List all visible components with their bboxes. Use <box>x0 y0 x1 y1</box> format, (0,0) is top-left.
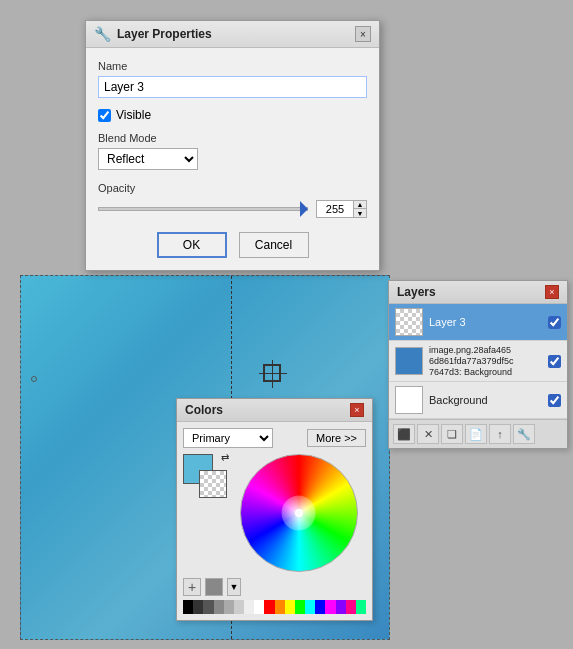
palette-swatch[interactable] <box>254 600 264 614</box>
colors-top-row: Primary Secondary More >> <box>183 428 366 448</box>
colors-close-button[interactable]: × <box>350 403 364 417</box>
opacity-arrows: ▲ ▼ <box>353 201 366 217</box>
palette-swatch[interactable] <box>285 600 295 614</box>
new-layer-button[interactable]: ⬛ <box>393 424 415 444</box>
opacity-slider[interactable] <box>98 201 308 217</box>
opacity-row: ▲ ▼ <box>98 200 367 218</box>
layers-close-button[interactable]: × <box>545 285 559 299</box>
palette-swatch[interactable] <box>244 600 254 614</box>
palette-swatch[interactable] <box>203 600 213 614</box>
opacity-up-arrow[interactable]: ▲ <box>354 201 366 209</box>
layer-visibility-checkbox[interactable] <box>548 355 561 368</box>
history-swatch[interactable] <box>205 578 223 596</box>
dialog-titlebar: 🔧 Layer Properties × <box>86 21 379 48</box>
add-color-button[interactable]: + <box>183 578 201 596</box>
opacity-spinbox[interactable]: ▲ ▼ <box>316 200 367 218</box>
palette-swatch[interactable] <box>193 600 203 614</box>
dialog-close-button[interactable]: × <box>355 26 371 42</box>
delete-layer-button[interactable]: ✕ <box>417 424 439 444</box>
palette-swatch[interactable] <box>275 600 285 614</box>
opacity-track <box>98 207 308 211</box>
layer-thumbnail <box>395 386 423 414</box>
palette-swatch[interactable] <box>224 600 234 614</box>
opacity-value-input[interactable] <box>317 202 353 216</box>
wrench-icon: 🔧 <box>94 26 111 42</box>
opacity-down-arrow[interactable]: ▼ <box>354 209 366 217</box>
color-mode-select[interactable]: Primary Secondary <box>183 428 273 448</box>
layer-name: Background <box>429 394 542 406</box>
palette-swatch[interactable] <box>214 600 224 614</box>
colors-body: Primary Secondary More >> ⇄ + ▼ <box>177 422 372 620</box>
colors-bottom-row: + ▼ <box>183 578 366 596</box>
palette-swatch[interactable] <box>356 600 366 614</box>
color-wheel-container <box>231 454 366 572</box>
layer-to-image-button[interactable]: 📄 <box>465 424 487 444</box>
layer-thumbnail <box>395 308 423 336</box>
background-swatch[interactable] <box>199 470 227 498</box>
layer-properties-dialog: 🔧 Layer Properties × Name Visible Blend … <box>85 20 380 271</box>
crosshair-icon <box>263 364 281 382</box>
fg-bg-swatches: ⇄ <box>183 454 227 498</box>
colors-panel-title: Colors <box>185 403 223 417</box>
layer-name: image.png.28afa4656d861fda77a379df5c7647… <box>429 345 542 377</box>
layer-visibility-checkbox[interactable] <box>548 316 561 329</box>
color-swatches-area: ⇄ <box>183 454 366 572</box>
dialog-title: Layer Properties <box>117 27 212 41</box>
color-palette-row <box>183 600 366 614</box>
palette-swatch[interactable] <box>183 600 193 614</box>
palette-swatch[interactable] <box>295 600 305 614</box>
palette-arrow-button[interactable]: ▼ <box>227 578 241 596</box>
opacity-thumb <box>300 201 308 217</box>
palette-swatch[interactable] <box>336 600 346 614</box>
dialog-body: Name Visible Blend Mode Reflect Normal M… <box>86 48 379 270</box>
more-button[interactable]: More >> <box>307 429 366 447</box>
dialog-buttons: OK Cancel <box>98 232 367 258</box>
visible-row: Visible <box>98 108 367 122</box>
layer-row[interactable]: Layer 3 <box>389 304 567 341</box>
visible-label: Visible <box>116 108 151 122</box>
canvas-dot <box>31 376 37 382</box>
layer-name: Layer 3 <box>429 316 542 328</box>
layers-panel: Layers × Layer 3 image.png.28afa4656d861… <box>388 280 568 449</box>
layer-visibility-checkbox[interactable] <box>548 394 561 407</box>
opacity-label: Opacity <box>98 182 367 194</box>
name-label: Name <box>98 60 367 72</box>
layer-row[interactable]: Background <box>389 382 567 419</box>
palette-swatch[interactable] <box>346 600 356 614</box>
layer-name-input[interactable] <box>98 76 367 98</box>
colors-panel: Colors × Primary Secondary More >> ⇄ + <box>176 398 373 621</box>
layers-panel-title: Layers <box>397 285 436 299</box>
layers-titlebar: Layers × <box>389 281 567 304</box>
palette-swatch[interactable] <box>305 600 315 614</box>
duplicate-layer-button[interactable]: ❏ <box>441 424 463 444</box>
dialog-title-left: 🔧 Layer Properties <box>94 26 212 42</box>
cancel-button[interactable]: Cancel <box>239 232 309 258</box>
colors-titlebar: Colors × <box>177 399 372 422</box>
blend-mode-label: Blend Mode <box>98 132 367 144</box>
merge-layers-button[interactable]: ↑ <box>489 424 511 444</box>
visible-checkbox[interactable] <box>98 109 111 122</box>
palette-swatch[interactable] <box>234 600 244 614</box>
blend-mode-select[interactable]: Reflect Normal Multiply Screen <box>98 148 198 170</box>
layer-thumbnail <box>395 347 423 375</box>
blend-mode-row: Reflect Normal Multiply Screen <box>98 148 367 170</box>
layers-toolbar: ⬛ ✕ ❏ 📄 ↑ 🔧 <box>389 419 567 448</box>
ok-button[interactable]: OK <box>157 232 227 258</box>
palette-swatch[interactable] <box>315 600 325 614</box>
swap-colors-icon[interactable]: ⇄ <box>221 452 229 463</box>
palette-swatch[interactable] <box>325 600 335 614</box>
color-wheel[interactable] <box>240 454 358 572</box>
palette-swatch[interactable] <box>264 600 274 614</box>
layer-row[interactable]: image.png.28afa4656d861fda77a379df5c7647… <box>389 341 567 382</box>
color-wheel-cursor <box>295 509 303 517</box>
layer-settings-button[interactable]: 🔧 <box>513 424 535 444</box>
